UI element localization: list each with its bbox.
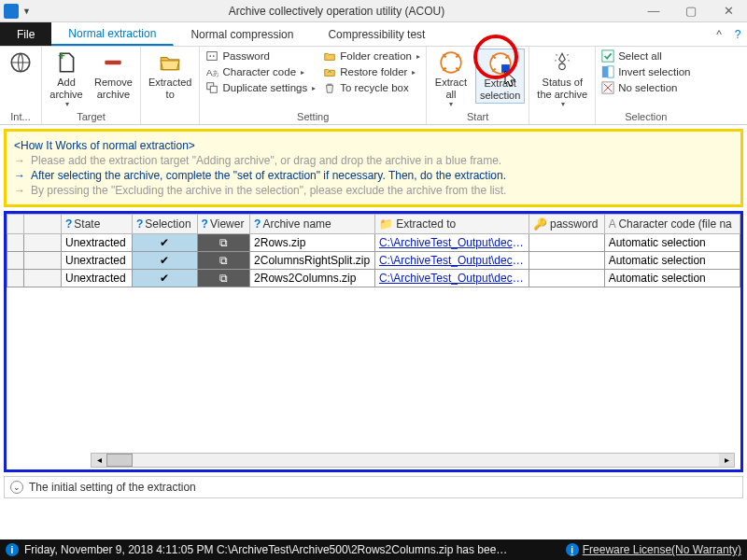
cell-char-code: Automatic selection <box>604 234 740 252</box>
cell-extracted-to[interactable]: C:\ArchiveTest_Output\decomp <box>374 234 529 252</box>
scroll-left-button[interactable]: ◂ <box>92 454 106 467</box>
horizontal-scrollbar[interactable]: ◂ ▸ <box>91 453 735 468</box>
chevron-down-icon: ⌄ <box>10 481 23 494</box>
tab-normal-extraction[interactable]: Normal extraction <box>51 22 174 46</box>
how-it-works-panel: <How It Works of normal extraction> →Ple… <box>4 129 743 207</box>
file-tab[interactable]: File <box>0 22 51 46</box>
cell-password <box>529 270 604 287</box>
info-icon: i <box>6 543 19 556</box>
col-selection[interactable]: ?Selection <box>132 215 197 234</box>
svg-rect-15 <box>602 50 613 62</box>
maximize-button[interactable]: ▢ <box>672 0 710 22</box>
select-all-icon <box>601 49 614 63</box>
col-password[interactable]: 🔑 password <box>529 215 604 234</box>
svg-rect-17 <box>608 66 613 77</box>
remove-archive-button[interactable]: Remove archive <box>91 49 136 102</box>
svg-rect-2 <box>106 61 121 64</box>
extracted-to-button[interactable]: Extracted to <box>145 49 195 102</box>
collapse-ribbon-icon[interactable]: ^ <box>710 22 728 46</box>
window-title: Archive collectively operation utility (… <box>38 5 635 18</box>
group-label-setting: Setting <box>204 110 422 124</box>
cell-state: Unextracted <box>62 252 133 270</box>
close-button[interactable]: ✕ <box>710 0 747 22</box>
svg-point-4 <box>210 55 212 57</box>
selection-checkbox[interactable]: ✔ <box>132 234 197 252</box>
col-state[interactable]: ?State <box>62 215 133 234</box>
cursor-icon <box>504 70 519 89</box>
select-all-button[interactable]: Select all <box>599 49 692 63</box>
selection-checkbox[interactable]: ✔ <box>132 270 197 287</box>
archive-grid[interactable]: ?State ?Selection ?Viewer ?Archive name … <box>7 214 740 287</box>
group-label-int: Int... <box>4 110 37 124</box>
cell-archive-name: 2ColumnsRightSplit.zip <box>250 252 375 270</box>
character-code-button[interactable]: AあCharacter code▸ <box>204 64 317 79</box>
minimize-button[interactable]: — <box>635 0 672 22</box>
cell-extracted-to[interactable]: C:\ArchiveTest_Output\decomp <box>374 252 529 270</box>
to-recycle-box-button[interactable]: To recycle box <box>321 80 422 95</box>
key-icon <box>205 49 218 63</box>
scroll-thumb[interactable] <box>106 454 133 467</box>
svg-text:+: + <box>58 50 65 63</box>
restore-folder-button[interactable]: Restore folder▸ <box>321 64 422 79</box>
archive-grid-panel: ?State ?Selection ?Viewer ?Archive name … <box>4 211 743 472</box>
viewer-button[interactable]: ⧉ <box>197 252 249 270</box>
extract-all-icon <box>439 50 463 75</box>
no-selection-button[interactable]: No selection <box>599 80 692 95</box>
invert-selection-button[interactable]: Invert selection <box>599 64 692 79</box>
tab-normal-compression[interactable]: Normal compression <box>174 22 311 46</box>
cell-char-code: Automatic selection <box>604 252 740 270</box>
cell-state: Unextracted <box>62 234 133 252</box>
group-label-target: Target <box>46 110 136 124</box>
license-link[interactable]: iFreeware License(No Warranty) <box>566 543 741 556</box>
cell-state: Unextracted <box>62 270 133 287</box>
cell-password <box>529 234 604 252</box>
howto-title: <How It Works of normal extraction> <box>14 139 195 152</box>
duplicate-settings-button[interactable]: Duplicate settings▸ <box>204 80 317 95</box>
extract-selection-button[interactable]: Extract selection <box>475 49 525 104</box>
scroll-right-button[interactable]: ▸ <box>719 454 734 467</box>
col-extracted-to[interactable]: 📁 Extracted to <box>374 215 529 234</box>
group-label-selection: Selection <box>599 110 692 124</box>
cell-password <box>529 252 604 270</box>
col-viewer[interactable]: ?Viewer <box>197 215 249 234</box>
table-row[interactable]: Unextracted✔⧉2Rows2Columns.zipC:\Archive… <box>7 270 740 287</box>
col-char-code[interactable]: A Character code (file na <box>604 215 740 234</box>
add-archive-button[interactable]: + Add archive▾ <box>46 49 87 110</box>
viewer-button[interactable]: ⧉ <box>197 270 249 287</box>
cell-archive-name: 2Rows2Columns.zip <box>250 270 375 287</box>
grid-header-row: ?State ?Selection ?Viewer ?Archive name … <box>7 215 740 234</box>
viewer-button[interactable]: ⧉ <box>197 234 249 252</box>
qat-dropdown-icon[interactable]: ▼ <box>22 7 31 16</box>
tab-compressibility-test[interactable]: Compressibility test <box>311 22 443 46</box>
table-row[interactable]: Unextracted✔⧉2Rows.zipC:\ArchiveTest_Out… <box>7 234 740 252</box>
status-text: Friday, November 9, 2018 4:11:05 PM C:\A… <box>24 543 510 556</box>
folder-plus-icon <box>323 49 336 63</box>
cell-extracted-to[interactable]: C:\ArchiveTest_Output\decomp <box>374 270 529 287</box>
initial-setting-expander[interactable]: ⌄ The initial setting of the extraction <box>4 476 743 498</box>
folder-creation-button[interactable]: Folder creation▸ <box>321 49 422 63</box>
duplicate-icon <box>205 81 218 94</box>
title-bar: ▼ Archive collectively operation utility… <box>0 0 747 22</box>
ribbon-tabs: File Normal extraction Normal compressio… <box>0 22 747 47</box>
password-button[interactable]: Password <box>204 49 317 63</box>
svg-rect-9 <box>211 86 218 92</box>
table-row[interactable]: Unextracted✔⧉2ColumnsRightSplit.zipC:\Ar… <box>7 252 740 270</box>
svg-rect-16 <box>602 66 608 77</box>
svg-text:あ: あ <box>212 69 218 77</box>
svg-rect-3 <box>207 52 218 61</box>
internationalization-button[interactable] <box>4 49 37 78</box>
globe-icon <box>8 50 33 75</box>
selection-checkbox[interactable]: ✔ <box>132 252 197 270</box>
help-icon[interactable]: ? <box>728 22 747 46</box>
col-archive-name[interactable]: ?Archive name <box>250 215 375 234</box>
no-selection-icon <box>601 81 614 94</box>
status-bar: i Friday, November 9, 2018 4:11:05 PM C:… <box>0 539 747 560</box>
status-of-archive-button[interactable]: Status of the archive▾ <box>533 49 591 110</box>
extract-all-button[interactable]: Extract all▾ <box>430 49 472 110</box>
svg-rect-10 <box>328 84 332 86</box>
status-icon <box>550 50 574 75</box>
add-file-icon: + <box>54 50 78 75</box>
remove-icon <box>101 50 125 75</box>
ribbon: Int... + Add archive▾ Remove archive Tar… <box>0 47 747 125</box>
app-icon <box>4 4 19 19</box>
